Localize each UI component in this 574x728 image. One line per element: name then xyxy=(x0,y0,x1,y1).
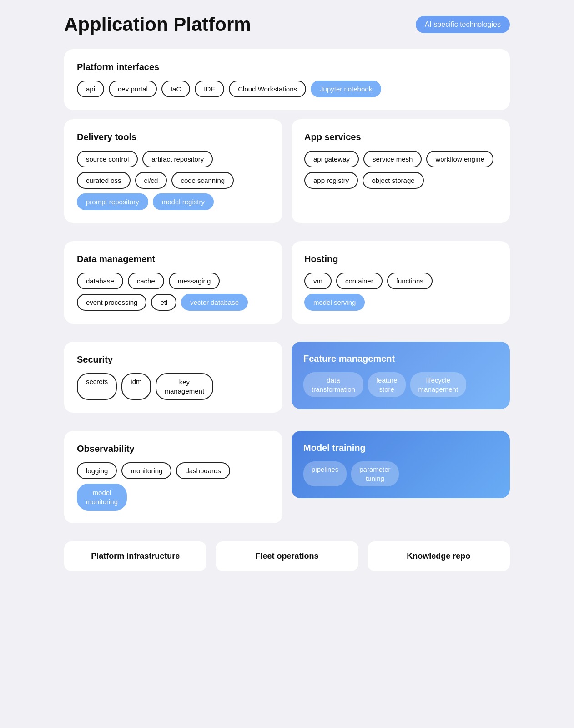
delivery-tools-tags: source controlartifact repositorycurated… xyxy=(77,151,270,210)
page-title: Application Platform xyxy=(64,14,251,35)
bottom-bar: Platform infrastructureFleet operationsK… xyxy=(64,541,510,571)
delivery-tools-title: Delivery tools xyxy=(77,132,270,142)
security-tags: secretsidmkey management xyxy=(77,373,270,400)
tag: model monitoring xyxy=(77,484,127,511)
tag: dev portal xyxy=(109,81,157,97)
tag: database xyxy=(77,273,123,289)
security-title: Security xyxy=(77,354,270,365)
platform-interfaces-tags: apidev portalIaCIDECloud WorkstationsJup… xyxy=(77,81,497,97)
hosting-card: Hosting vmcontainerfunctionsmodel servin… xyxy=(292,241,510,324)
delivery-tools-card: Delivery tools source controlartifact re… xyxy=(64,119,282,223)
tag: event processing xyxy=(77,294,146,311)
tag: feature store xyxy=(368,372,406,397)
tag: messaging xyxy=(169,273,220,289)
app-services-tags: api gatewayservice meshworkflow engineap… xyxy=(304,151,497,189)
tag: service mesh xyxy=(363,151,422,167)
tag: functions xyxy=(387,273,433,289)
bottom-bar-item: Platform infrastructure xyxy=(64,541,206,571)
tag: vm xyxy=(304,273,332,289)
tag: source control xyxy=(77,151,138,167)
model-training-tags: pipelinesparameter tuning xyxy=(303,461,498,486)
tag: Cloud Workstations xyxy=(229,81,306,97)
tag: secrets xyxy=(77,373,117,400)
tag: monitoring xyxy=(121,462,171,479)
tag: cache xyxy=(128,273,164,289)
tag: workflow engine xyxy=(426,151,493,167)
tag: parameter tuning xyxy=(351,461,398,486)
feature-management-tags: data transformationfeature storelifecycl… xyxy=(303,372,498,397)
bottom-bar-item: Knowledge repo xyxy=(368,541,510,571)
observability-title: Observability xyxy=(77,444,270,454)
tag: IaC xyxy=(161,81,190,97)
tag: curated oss xyxy=(77,172,131,189)
observability-tags: loggingmonitoringdashboardsmodel monitor… xyxy=(77,462,270,511)
tag: pipelines xyxy=(303,461,347,486)
bottom-bar-item: Fleet operations xyxy=(216,541,358,571)
app-services-card: App services api gatewayservice meshwork… xyxy=(292,119,510,223)
model-training-title: Model training xyxy=(303,443,498,453)
tag: model serving xyxy=(304,294,365,311)
tag: lifecycle management xyxy=(410,372,467,397)
tag: dashboards xyxy=(176,462,230,479)
tag: IDE xyxy=(195,81,224,97)
tag: data transformation xyxy=(303,372,363,397)
tag: ci/cd xyxy=(135,172,167,189)
tag: logging xyxy=(77,462,117,479)
hosting-tags: vmcontainerfunctionsmodel serving xyxy=(304,273,497,311)
tag: api xyxy=(77,81,104,97)
tag: prompt repository xyxy=(77,193,148,210)
tag: idm xyxy=(121,373,151,400)
tag: container xyxy=(336,273,383,289)
app-services-title: App services xyxy=(304,132,497,142)
data-management-card: Data management databasecachemessagingev… xyxy=(64,241,282,324)
header: Application Platform AI specific technol… xyxy=(64,14,510,35)
feature-management-card: Feature management data transformationfe… xyxy=(292,342,510,409)
observability-card: Observability loggingmonitoringdashboard… xyxy=(64,431,282,523)
tag: object storage xyxy=(363,172,423,189)
data-management-tags: databasecachemessagingevent processinget… xyxy=(77,273,270,311)
tag: app registry xyxy=(304,172,358,189)
tag: vector database xyxy=(181,294,248,311)
tag: code scanning xyxy=(171,172,234,189)
tag: model registry xyxy=(153,193,214,210)
security-card: Security secretsidmkey management xyxy=(64,342,282,413)
tag: key management xyxy=(156,373,214,400)
hosting-title: Hosting xyxy=(304,254,497,264)
page-container: Application Platform AI specific technol… xyxy=(64,14,510,571)
tag: api gateway xyxy=(304,151,359,167)
feature-management-title: Feature management xyxy=(303,354,498,364)
tag: artifact repository xyxy=(142,151,213,167)
tag: Jupyter notebook xyxy=(311,81,381,97)
ai-badge: AI specific technologies xyxy=(416,16,510,33)
model-training-card: Model training pipelinesparameter tuning xyxy=(292,431,510,498)
platform-interfaces-card: Platform interfaces apidev portalIaCIDEC… xyxy=(64,49,510,110)
tag: etl xyxy=(151,294,176,311)
data-management-title: Data management xyxy=(77,254,270,264)
platform-interfaces-title: Platform interfaces xyxy=(77,62,497,72)
